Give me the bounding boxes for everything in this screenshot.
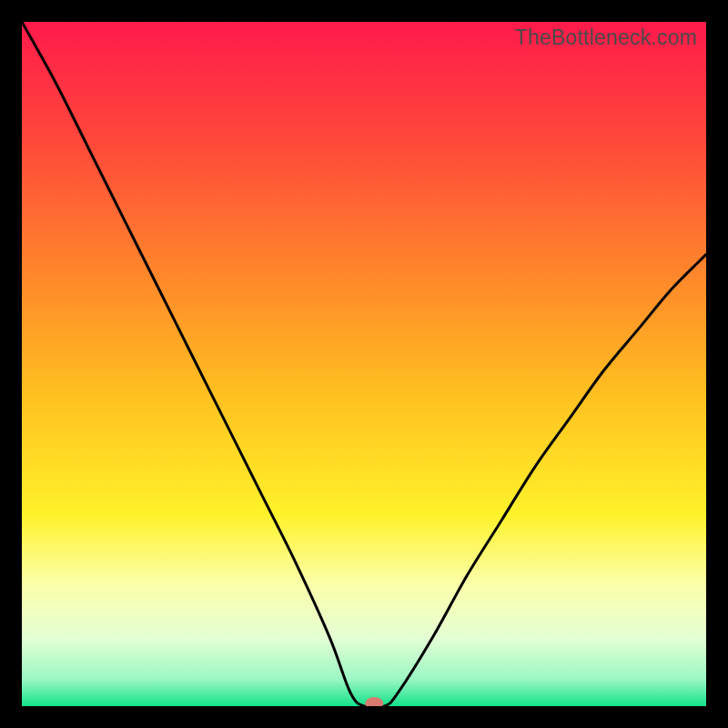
gradient-background [22, 22, 706, 706]
chart-svg [22, 22, 706, 706]
chart-frame: TheBottleneck.com [0, 0, 728, 728]
watermark-text: TheBottleneck.com [515, 25, 697, 50]
plot-area: TheBottleneck.com [22, 22, 706, 706]
